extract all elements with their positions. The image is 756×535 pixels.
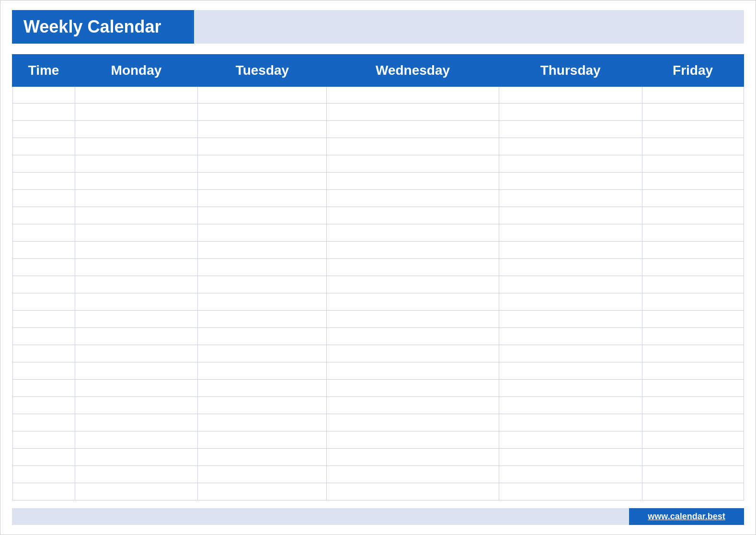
day-cell[interactable] xyxy=(75,121,198,138)
day-cell[interactable] xyxy=(327,155,499,173)
time-cell[interactable] xyxy=(12,466,75,483)
day-cell[interactable] xyxy=(499,121,642,138)
day-cell[interactable] xyxy=(642,104,744,121)
day-cell[interactable] xyxy=(499,138,642,155)
time-cell[interactable] xyxy=(12,173,75,190)
day-cell[interactable] xyxy=(75,259,198,276)
time-cell[interactable] xyxy=(12,276,75,293)
day-cell[interactable] xyxy=(642,86,744,104)
day-cell[interactable] xyxy=(198,328,327,345)
day-cell[interactable] xyxy=(499,104,642,121)
day-cell[interactable] xyxy=(75,207,198,224)
day-cell[interactable] xyxy=(75,345,198,362)
day-cell[interactable] xyxy=(198,293,327,311)
day-cell[interactable] xyxy=(327,483,499,500)
day-cell[interactable] xyxy=(499,380,642,397)
day-cell[interactable] xyxy=(75,311,198,328)
day-cell[interactable] xyxy=(198,397,327,414)
time-cell[interactable] xyxy=(12,259,75,276)
day-cell[interactable] xyxy=(327,414,499,431)
day-cell[interactable] xyxy=(75,104,198,121)
day-cell[interactable] xyxy=(499,293,642,311)
day-cell[interactable] xyxy=(327,190,499,207)
day-cell[interactable] xyxy=(327,138,499,155)
day-cell[interactable] xyxy=(198,276,327,293)
day-cell[interactable] xyxy=(75,138,198,155)
time-cell[interactable] xyxy=(12,242,75,259)
day-cell[interactable] xyxy=(642,449,744,466)
day-cell[interactable] xyxy=(499,224,642,242)
day-cell[interactable] xyxy=(499,311,642,328)
day-cell[interactable] xyxy=(499,207,642,224)
time-cell[interactable] xyxy=(12,345,75,362)
day-cell[interactable] xyxy=(499,431,642,449)
day-cell[interactable] xyxy=(327,276,499,293)
day-cell[interactable] xyxy=(75,86,198,104)
day-cell[interactable] xyxy=(75,224,198,242)
day-cell[interactable] xyxy=(499,397,642,414)
day-cell[interactable] xyxy=(75,483,198,500)
day-cell[interactable] xyxy=(75,173,198,190)
time-cell[interactable] xyxy=(12,397,75,414)
day-cell[interactable] xyxy=(75,362,198,380)
time-cell[interactable] xyxy=(12,86,75,104)
day-cell[interactable] xyxy=(327,259,499,276)
day-cell[interactable] xyxy=(75,293,198,311)
day-cell[interactable] xyxy=(327,466,499,483)
day-cell[interactable] xyxy=(75,466,198,483)
day-cell[interactable] xyxy=(198,466,327,483)
day-cell[interactable] xyxy=(642,311,744,328)
day-cell[interactable] xyxy=(327,397,499,414)
day-cell[interactable] xyxy=(642,259,744,276)
day-cell[interactable] xyxy=(642,207,744,224)
day-cell[interactable] xyxy=(327,431,499,449)
day-cell[interactable] xyxy=(642,466,744,483)
day-cell[interactable] xyxy=(327,449,499,466)
time-cell[interactable] xyxy=(12,293,75,311)
day-cell[interactable] xyxy=(198,224,327,242)
day-cell[interactable] xyxy=(499,259,642,276)
day-cell[interactable] xyxy=(198,259,327,276)
day-cell[interactable] xyxy=(642,431,744,449)
day-cell[interactable] xyxy=(198,362,327,380)
day-cell[interactable] xyxy=(499,483,642,500)
day-cell[interactable] xyxy=(198,380,327,397)
day-cell[interactable] xyxy=(327,207,499,224)
day-cell[interactable] xyxy=(499,449,642,466)
day-cell[interactable] xyxy=(642,173,744,190)
time-cell[interactable] xyxy=(12,121,75,138)
time-cell[interactable] xyxy=(12,207,75,224)
day-cell[interactable] xyxy=(642,155,744,173)
day-cell[interactable] xyxy=(499,414,642,431)
day-cell[interactable] xyxy=(642,293,744,311)
day-cell[interactable] xyxy=(327,104,499,121)
day-cell[interactable] xyxy=(75,414,198,431)
day-cell[interactable] xyxy=(198,449,327,466)
time-cell[interactable] xyxy=(12,311,75,328)
day-cell[interactable] xyxy=(327,121,499,138)
day-cell[interactable] xyxy=(499,173,642,190)
day-cell[interactable] xyxy=(198,345,327,362)
day-cell[interactable] xyxy=(499,242,642,259)
footer-link[interactable]: www.calendar.best xyxy=(648,512,725,522)
day-cell[interactable] xyxy=(642,380,744,397)
day-cell[interactable] xyxy=(75,328,198,345)
day-cell[interactable] xyxy=(642,414,744,431)
day-cell[interactable] xyxy=(75,431,198,449)
day-cell[interactable] xyxy=(327,293,499,311)
day-cell[interactable] xyxy=(198,86,327,104)
day-cell[interactable] xyxy=(198,414,327,431)
time-cell[interactable] xyxy=(12,380,75,397)
time-cell[interactable] xyxy=(12,483,75,500)
day-cell[interactable] xyxy=(198,242,327,259)
day-cell[interactable] xyxy=(198,155,327,173)
time-cell[interactable] xyxy=(12,138,75,155)
day-cell[interactable] xyxy=(198,190,327,207)
day-cell[interactable] xyxy=(327,362,499,380)
day-cell[interactable] xyxy=(327,173,499,190)
time-cell[interactable] xyxy=(12,431,75,449)
day-cell[interactable] xyxy=(327,242,499,259)
time-cell[interactable] xyxy=(12,155,75,173)
day-cell[interactable] xyxy=(198,138,327,155)
day-cell[interactable] xyxy=(642,224,744,242)
